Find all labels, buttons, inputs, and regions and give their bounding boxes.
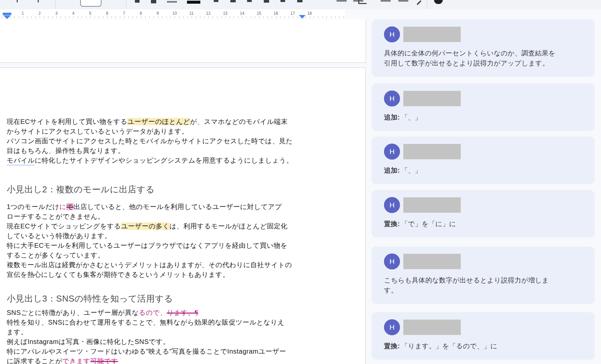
comment-card[interactable]: H追加:「、」 — [372, 137, 595, 184]
text-segment: 宣伝を熱心にしなくても集客が期待できるというメリットもあります。 — [7, 271, 229, 278]
list-icon[interactable] — [358, 0, 367, 4]
right-indent-marker[interactable] — [299, 15, 306, 19]
ruler-tick — [31, 16, 31, 18]
ruler-tick — [86, 16, 86, 18]
toolbar-icon-fragment[interactable] — [214, 0, 218, 2]
author-name-redacted — [403, 254, 461, 269]
comment-header: H — [384, 90, 583, 107]
text-segment-del: ります。¶ — [167, 309, 198, 316]
ruler-number: 11 — [189, 11, 193, 16]
text-line: 複数モール出店は経費がかさむというデメリットはありますが、その代わりに自社サイト… — [7, 260, 290, 270]
avatar[interactable]: H — [384, 144, 400, 160]
underline-icon[interactable] — [167, 1, 177, 3]
text-color-icon[interactable] — [187, 1, 200, 4]
avatar[interactable]: H — [384, 197, 400, 213]
comment-card[interactable]: H置換:「ります。」を「るので、」に — [372, 312, 595, 360]
ruler-tick — [310, 16, 310, 18]
text-segment: が — [190, 118, 197, 125]
ruler-number: 13 — [223, 11, 227, 16]
text-segment: 特性を知り、SNSに合わせて運用をすることで、無料ながら効果的な販促ツールとなり… — [7, 319, 284, 326]
suggestion-text: 「ります。」を「るので、」に — [401, 342, 497, 350]
ruler-number: 14 — [240, 11, 244, 16]
text-segment: しているという特徴があります。 — [7, 232, 111, 239]
document-page[interactable]: 現在ECサイトを利用して買い物をするユーザーのほとんどが、スマホなどのモバイル端… — [0, 67, 366, 364]
toolbar-icon-fragment[interactable] — [297, 0, 303, 2]
ruler-tick — [339, 16, 340, 18]
ruler-tick — [289, 16, 289, 18]
text-segment: に訴求することが — [7, 357, 62, 364]
comment-text-line: す。 — [384, 285, 583, 295]
ruler-tick — [284, 16, 285, 18]
comment-card[interactable]: H置換:「で」を「に」に — [372, 190, 595, 237]
ruler-tick — [35, 16, 36, 18]
ruler-tick — [133, 16, 133, 18]
ruler-tick — [175, 16, 175, 18]
suggestion-action-label: 追加: — [384, 167, 400, 174]
ruler[interactable]: 123456789101112131415161718 — [0, 9, 345, 19]
avatar[interactable]: H — [384, 90, 400, 107]
first-line-indent-marker[interactable] — [3, 13, 11, 15]
toolbar-icon-fragment[interactable] — [280, 0, 285, 2]
ruler-tick — [23, 16, 23, 18]
text-line: 現在ECサイトでショッピングをするユーザーの多くは、利用するモールがほとんど固定… — [7, 221, 290, 231]
clear-format-icon[interactable] — [398, 0, 408, 2]
left-indent-marker[interactable] — [3, 15, 11, 19]
editing-mode-icon[interactable] — [434, 0, 443, 4]
ruler-tick — [272, 16, 272, 18]
suggestion-text: 「、」 — [401, 114, 422, 121]
text-line: 目はもちろん、操作性も異なります。 — [7, 146, 290, 156]
toolbar-icon-fragment[interactable] — [247, 0, 252, 2]
text-segment-hl: ユーザーのほとんど — [127, 118, 190, 125]
ruler-number: 18 — [308, 11, 312, 16]
ruler-tick — [179, 16, 179, 18]
ruler-tick — [40, 16, 40, 18]
font-size-box[interactable] — [80, 0, 102, 7]
align-icon[interactable] — [337, 0, 347, 2]
toolbar-icon-fragment[interactable] — [17, 0, 18, 2]
ruler-tick — [44, 16, 44, 18]
text-line: モバイルに特化したサイトデザインやショッピングシステムを用意するようにしましょう… — [7, 156, 290, 165]
ruler-number: 12 — [206, 11, 210, 16]
text-line: SNSごとに特徴があり、ユーザー層が異なるので、ります。¶ — [7, 308, 290, 318]
toolbar-icon-fragment[interactable] — [230, 0, 236, 2]
comment-body: 置換:「で」を「に」に — [384, 219, 583, 229]
indent-icon[interactable] — [381, 0, 391, 2]
ruler-tick — [103, 16, 103, 18]
suggestion-text: 「、」 — [401, 167, 422, 174]
ruler-tick — [234, 16, 234, 18]
ruler-number: 16 — [274, 11, 278, 16]
author-name-redacted — [403, 144, 461, 159]
avatar[interactable]: H — [384, 26, 400, 42]
text-line: しているという特徴があります。 — [7, 231, 290, 241]
ruler-tick — [154, 16, 154, 18]
ruler-tick — [200, 16, 200, 18]
document-content[interactable]: 現在ECサイトを利用して買い物をするユーザーのほとんどが、スマホなどのモバイル端… — [0, 68, 290, 364]
comment-card[interactable]: H追加:「、」 — [372, 83, 595, 131]
text-segment: ローチすることができません。 — [7, 213, 105, 220]
avatar[interactable]: H — [384, 253, 400, 269]
toolbar-icon-fragment[interactable] — [264, 0, 269, 3]
ruler-tick — [52, 16, 53, 18]
text-segment: 特に大手ECモールを利用しているユーザーはブラウザではなくアプリを経由して買い物… — [7, 242, 287, 249]
comment-text-line: 引用して数字が出せるとより説得力がアップします。 — [384, 58, 583, 68]
avatar[interactable]: H — [384, 319, 400, 335]
italic-icon[interactable] — [151, 0, 156, 3]
comment-body: 追加:「、」 — [384, 112, 583, 122]
ruler-tick — [112, 16, 112, 18]
text-line: に訴求することができます可能です — [7, 356, 290, 364]
text-line: ます。 — [7, 327, 290, 337]
ruler-tick — [183, 16, 184, 18]
bold-icon[interactable] — [135, 0, 140, 3]
ruler-tick — [327, 16, 327, 18]
heading-h2: 小見出し2：複数のモールに出店する — [7, 183, 290, 196]
comment-text-line: こちらも具体的な数字が出せるとより説得力が増しま — [384, 275, 583, 285]
document-page-previous[interactable] — [0, 19, 366, 63]
comment-card[interactable]: H具体的に全体の何パーセントくらいなのか、調査結果を引用して数字が出せるとより説… — [372, 19, 595, 77]
text-line: 特にアパレルやスイーツ・フードはいわゆる”映える”写真を撮ることでInstagr… — [7, 347, 290, 356]
toolbar-icon-fragment[interactable] — [38, 0, 39, 2]
search-icon[interactable] — [417, 0, 421, 5]
text-line: 特に大手ECモールを利用しているユーザーはブラウザではなくアプリを経由して買い物… — [7, 241, 290, 250]
ruler-number: 17 — [290, 11, 295, 16]
comment-card[interactable]: Hこちらも具体的な数字が出せるとより説得力が増します。 — [372, 246, 595, 304]
text-line: 1つのモールだけにで出店していると、他のモールを利用しているユーザーに対してアプ — [7, 202, 290, 212]
